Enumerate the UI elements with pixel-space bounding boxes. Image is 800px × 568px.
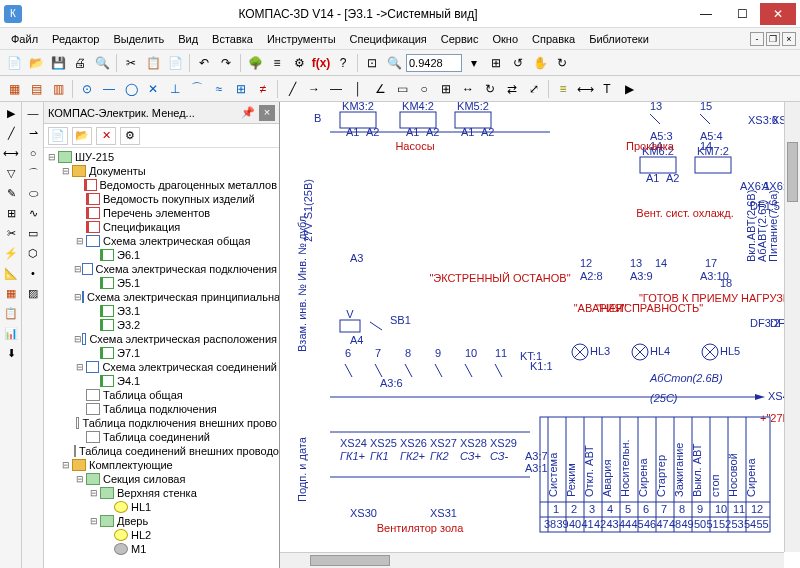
geom-line-tool[interactable]: — xyxy=(24,104,42,122)
panel-new-button[interactable]: 📄 xyxy=(48,127,68,145)
vars-button[interactable]: f(x) xyxy=(311,53,331,73)
zoom-window-button[interactable]: ⊞ xyxy=(486,53,506,73)
grid-tool[interactable]: ⊞ xyxy=(2,204,20,222)
open-button[interactable]: 📂 xyxy=(26,53,46,73)
layer-mgr-button[interactable]: ≡ xyxy=(553,79,573,99)
angle-button[interactable]: ∠ xyxy=(370,79,390,99)
select-tool[interactable]: ▦ xyxy=(2,284,20,302)
snap-grid-button[interactable]: ⊞ xyxy=(231,79,251,99)
panel-props-button[interactable]: ⚙ xyxy=(120,127,140,145)
snap-int-button[interactable]: ✕ xyxy=(143,79,163,99)
refresh-button[interactable]: ↻ xyxy=(552,53,572,73)
panel-pin-icon[interactable]: 📌 xyxy=(241,106,255,119)
mdi-restore[interactable]: ❐ xyxy=(766,32,780,46)
paste-button[interactable]: 📄 xyxy=(165,53,185,73)
grid-button[interactable]: ⊞ xyxy=(436,79,456,99)
measure-tool[interactable]: 📐 xyxy=(2,264,20,282)
spec-tool[interactable]: 📋 xyxy=(2,304,20,322)
menu-service[interactable]: Сервис xyxy=(434,30,486,48)
cut-button[interactable]: ✂ xyxy=(121,53,141,73)
sel-all-button[interactable]: ▦ xyxy=(4,79,24,99)
print-button[interactable]: 🖨 xyxy=(70,53,90,73)
menu-tools[interactable]: Инструменты xyxy=(260,30,343,48)
zoom-prev-button[interactable]: ↺ xyxy=(508,53,528,73)
snap-near-button[interactable]: ≈ xyxy=(209,79,229,99)
maximize-button[interactable]: ☐ xyxy=(724,3,760,25)
zoom-dropdown[interactable]: ▾ xyxy=(464,53,484,73)
mdi-close[interactable]: × xyxy=(782,32,796,46)
vertical-scrollbar[interactable] xyxy=(784,102,800,552)
menu-libs[interactable]: Библиотеки xyxy=(582,30,656,48)
rect-button[interactable]: ▭ xyxy=(392,79,412,99)
mdi-minimize[interactable]: - xyxy=(750,32,764,46)
line-button[interactable]: ╱ xyxy=(282,79,302,99)
redo-button[interactable]: ↷ xyxy=(216,53,236,73)
help-button[interactable]: ? xyxy=(333,53,353,73)
menu-spec[interactable]: Спецификация xyxy=(343,30,434,48)
panel-close-button[interactable]: × xyxy=(259,105,275,121)
horizontal-scrollbar[interactable] xyxy=(280,552,784,568)
menu-window[interactable]: Окно xyxy=(485,30,525,48)
pointer-tool[interactable]: ▶ xyxy=(2,104,20,122)
layers-button[interactable]: ≡ xyxy=(267,53,287,73)
copy-button[interactable]: 📋 xyxy=(143,53,163,73)
preview-button[interactable]: 🔍 xyxy=(92,53,112,73)
sel-view-button[interactable]: ▥ xyxy=(48,79,68,99)
tree-button[interactable]: 🌳 xyxy=(245,53,265,73)
snap-perp-button[interactable]: ⊥ xyxy=(165,79,185,99)
move-button[interactable]: ↔ xyxy=(458,79,478,99)
param-tool[interactable]: ⚡ xyxy=(2,244,20,262)
insert-tool[interactable]: ⬇ xyxy=(2,344,20,362)
menu-editor[interactable]: Редактор xyxy=(45,30,106,48)
snap-center-button[interactable]: ◯ xyxy=(121,79,141,99)
geom-rect-tool[interactable]: ▭ xyxy=(24,224,42,242)
zoom-input[interactable] xyxy=(406,54,462,72)
text-tool[interactable]: ✎ xyxy=(2,184,20,202)
dim-tool[interactable]: ⟷ xyxy=(2,144,20,162)
geom-circle-tool[interactable]: ○ xyxy=(24,144,42,162)
macro-button[interactable]: ▶ xyxy=(619,79,639,99)
line-tool[interactable]: ╱ xyxy=(2,124,20,142)
undo-button[interactable]: ↶ xyxy=(194,53,214,73)
geom-arc-tool[interactable]: ⌒ xyxy=(24,164,42,182)
circle-button[interactable]: ○ xyxy=(414,79,434,99)
sel-layer-button[interactable]: ▤ xyxy=(26,79,46,99)
geom-hatch-tool[interactable]: ▨ xyxy=(24,284,42,302)
geom-ellipse-tool[interactable]: ⬭ xyxy=(24,184,42,202)
menu-insert[interactable]: Вставка xyxy=(205,30,260,48)
geom-axis-tool[interactable]: ⇀ xyxy=(24,124,42,142)
minimize-button[interactable]: — xyxy=(688,3,724,25)
drawing-canvas[interactable]: KM3:2 A1A2 KM4:2 A1A2 KM5:2 A1A2 Насосы … xyxy=(280,102,800,568)
menu-view[interactable]: Вид xyxy=(171,30,205,48)
zoom-in-button[interactable]: 🔍 xyxy=(384,53,404,73)
snap-end-button[interactable]: ⊙ xyxy=(77,79,97,99)
vline-button[interactable]: │ xyxy=(348,79,368,99)
arrow-button[interactable]: → xyxy=(304,79,324,99)
close-button[interactable]: ✕ xyxy=(760,3,796,25)
report-tool[interactable]: 📊 xyxy=(2,324,20,342)
symbol-tool[interactable]: ▽ xyxy=(2,164,20,182)
save-button[interactable]: 💾 xyxy=(48,53,68,73)
scale-button[interactable]: ⤢ xyxy=(524,79,544,99)
mirror-button[interactable]: ⇄ xyxy=(502,79,522,99)
geom-poly-tool[interactable]: ⬡ xyxy=(24,244,42,262)
hline-button[interactable]: — xyxy=(326,79,346,99)
snap-off-button[interactable]: ≠ xyxy=(253,79,273,99)
text-button[interactable]: T xyxy=(597,79,617,99)
panel-delete-button[interactable]: ✕ xyxy=(96,127,116,145)
panel-open-button[interactable]: 📂 xyxy=(72,127,92,145)
menu-select[interactable]: Выделить xyxy=(106,30,171,48)
snap-mid-button[interactable]: — xyxy=(99,79,119,99)
project-tree[interactable]: ⊟ШУ-215 ⊟Документы Ведомость драгоценных… xyxy=(44,148,279,568)
rotate-button[interactable]: ↻ xyxy=(480,79,500,99)
geom-point-tool[interactable]: • xyxy=(24,264,42,282)
edit-tool[interactable]: ✂ xyxy=(2,224,20,242)
new-button[interactable]: 📄 xyxy=(4,53,24,73)
zoom-fit-button[interactable]: ⊡ xyxy=(362,53,382,73)
snap-tan-button[interactable]: ⌒ xyxy=(187,79,207,99)
props-button[interactable]: ⚙ xyxy=(289,53,309,73)
menu-help[interactable]: Справка xyxy=(525,30,582,48)
menu-file[interactable]: Файл xyxy=(4,30,45,48)
geom-spline-tool[interactable]: ∿ xyxy=(24,204,42,222)
dim-button[interactable]: ⟷ xyxy=(575,79,595,99)
